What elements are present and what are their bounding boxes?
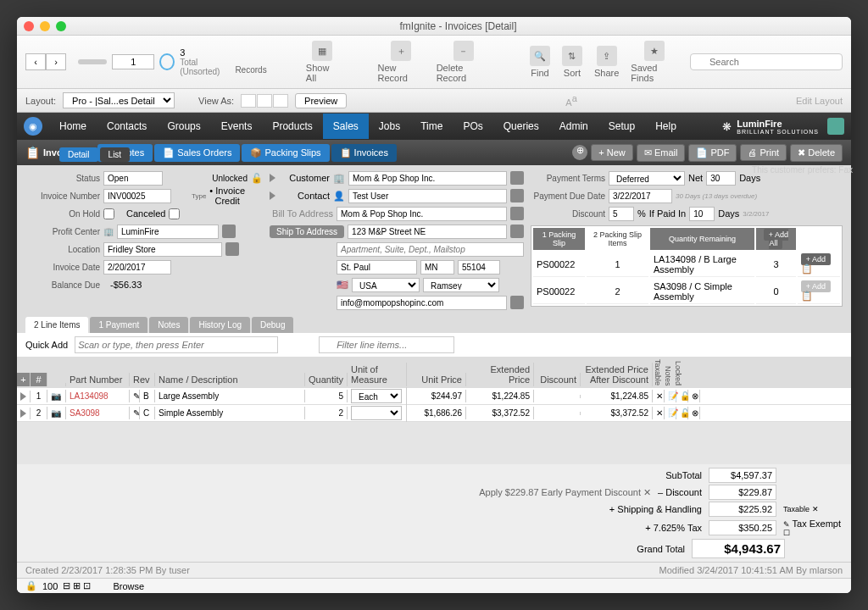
profit-center[interactable] — [117, 225, 219, 239]
minimize-window[interactable] — [40, 21, 50, 31]
tab-1-payment[interactable]: 1 Payment — [90, 317, 147, 333]
taxable-toggle[interactable]: ✕ — [653, 390, 665, 402]
user-avatar-icon[interactable] — [827, 118, 844, 135]
tab-packing-slip[interactable]: 1 Packing Slip — [533, 228, 585, 250]
menu-jobs[interactable]: Jobs — [369, 114, 410, 139]
lock-icon[interactable]: 🔓 — [676, 390, 688, 402]
edit-icon[interactable] — [225, 242, 239, 256]
view-form-icon[interactable] — [241, 94, 256, 108]
mode-browse[interactable]: Browse — [113, 581, 144, 591]
menu-setup[interactable]: Setup — [598, 114, 645, 139]
saved-finds-button[interactable]: ★Saved Finds — [631, 41, 678, 83]
view-detail[interactable]: Detail — [59, 147, 98, 162]
invoice-number[interactable] — [103, 189, 171, 203]
subnav-sales-orders[interactable]: 📄 Sales Orders — [154, 144, 240, 162]
addr-country[interactable]: USA — [352, 278, 420, 292]
uom-select[interactable] — [351, 406, 402, 420]
email-button[interactable]: ✉ Email — [637, 144, 686, 162]
qb-icon[interactable]: ⊕ — [572, 145, 587, 160]
preview-button[interactable]: Preview — [295, 93, 347, 108]
part-number[interactable]: SA3098 — [66, 407, 130, 419]
add-button[interactable]: + Add — [801, 253, 831, 265]
delete-button[interactable]: ✖ Delete — [790, 144, 843, 162]
addr-city[interactable] — [337, 260, 417, 274]
edit-icon[interactable] — [510, 171, 524, 185]
menu-home[interactable]: Home — [49, 114, 97, 139]
email-icon[interactable] — [510, 296, 524, 309]
tab-debug[interactable]: Debug — [252, 317, 293, 333]
expand-icon[interactable] — [20, 392, 26, 401]
add-all-button[interactable]: + Add All — [764, 229, 788, 249]
pdf-button[interactable]: 📄 PDF — [688, 144, 737, 162]
discount-pct[interactable] — [609, 207, 634, 221]
maximize-window[interactable] — [56, 21, 66, 31]
share-button[interactable]: ⇪Share — [594, 46, 619, 78]
addr-state[interactable] — [420, 260, 454, 274]
tab-packing-items[interactable]: 2 Packing Slip Items — [587, 228, 648, 250]
tab-2-line-items[interactable]: 2 Line Items — [25, 317, 88, 333]
nav-fwd[interactable]: › — [46, 53, 66, 70]
tab-notes[interactable]: Notes — [149, 317, 188, 333]
new-record-button[interactable]: ＋New Record — [378, 41, 425, 83]
edit-icon[interactable] — [222, 225, 236, 238]
shipping-amt[interactable] — [709, 502, 776, 517]
delete-record-button[interactable]: －Delete Record — [437, 41, 491, 83]
lock-icon[interactable]: 🔓 — [676, 407, 688, 419]
menu-products[interactable]: Products — [262, 114, 322, 139]
menu-help[interactable]: Help — [645, 114, 687, 139]
net-days[interactable] — [706, 171, 736, 186]
expand-icon[interactable] — [20, 409, 26, 418]
new-button[interactable]: + New — [591, 144, 633, 161]
contact-field[interactable] — [348, 189, 507, 203]
uom-select[interactable]: Each — [351, 389, 402, 403]
app-logo-icon[interactable]: ◉ — [24, 117, 42, 136]
addr-county[interactable]: Ramsey — [423, 278, 499, 292]
close-window[interactable] — [24, 21, 34, 31]
addr-suite[interactable] — [337, 242, 524, 257]
tab-history-log[interactable]: History Log — [190, 317, 250, 333]
record-number[interactable] — [112, 54, 154, 69]
add-button[interactable]: + Add — [801, 280, 831, 292]
addr-zip[interactable] — [458, 260, 500, 274]
map-icon[interactable] — [510, 225, 524, 238]
menu-admin[interactable]: Admin — [549, 114, 598, 139]
notes-icon[interactable]: 📝 — [665, 390, 676, 402]
show-all-button[interactable]: ▦Show All — [306, 41, 338, 83]
arrow-icon[interactable] — [270, 174, 275, 182]
location-field[interactable] — [103, 242, 222, 257]
menu-events[interactable]: Events — [211, 114, 263, 139]
delete-row-icon[interactable]: ⊗ — [688, 390, 700, 402]
canceled-check[interactable] — [169, 208, 180, 219]
ship-to-button[interactable]: Ship To Address — [270, 225, 344, 238]
sort-button[interactable]: ⇅Sort — [562, 46, 582, 78]
find-button[interactable]: 🔍Find — [530, 46, 550, 78]
gear-icon[interactable] — [510, 207, 524, 220]
menu-pos[interactable]: POs — [453, 114, 492, 139]
terms-select[interactable]: Deferred — [609, 171, 685, 186]
menu-queries[interactable]: Queries — [493, 114, 549, 139]
search-input[interactable] — [690, 53, 843, 70]
quickadd-input[interactable] — [75, 336, 278, 353]
menu-groups[interactable]: Groups — [157, 114, 210, 139]
onhold-check[interactable] — [103, 208, 114, 219]
menu-time[interactable]: Time — [410, 114, 453, 139]
edit-layout[interactable]: Edit Layout — [796, 96, 843, 106]
view-table-icon[interactable] — [273, 94, 288, 108]
delete-row-icon[interactable]: ⊗ — [688, 407, 700, 419]
edit-icon[interactable] — [510, 189, 524, 202]
status-field[interactable] — [103, 171, 163, 186]
arrow-icon[interactable] — [270, 191, 275, 200]
subnav-invoices[interactable]: 📋 Invoices — [331, 144, 397, 162]
paidin-days[interactable] — [689, 207, 715, 221]
lock-icon[interactable]: 🔓 — [251, 173, 263, 184]
view-list[interactable]: List — [100, 147, 131, 162]
filter-input[interactable] — [319, 336, 454, 353]
taxable-toggle[interactable]: ✕ — [653, 407, 665, 419]
menu-sales[interactable]: Sales — [323, 114, 369, 139]
view-list-icon[interactable] — [257, 94, 272, 108]
zoom-level[interactable]: 100 — [42, 581, 58, 591]
print-button[interactable]: 🖨 Print — [740, 144, 787, 161]
nav-back[interactable]: ‹ — [25, 53, 46, 70]
menu-contacts[interactable]: Contacts — [97, 114, 157, 139]
email-field[interactable] — [337, 296, 507, 310]
